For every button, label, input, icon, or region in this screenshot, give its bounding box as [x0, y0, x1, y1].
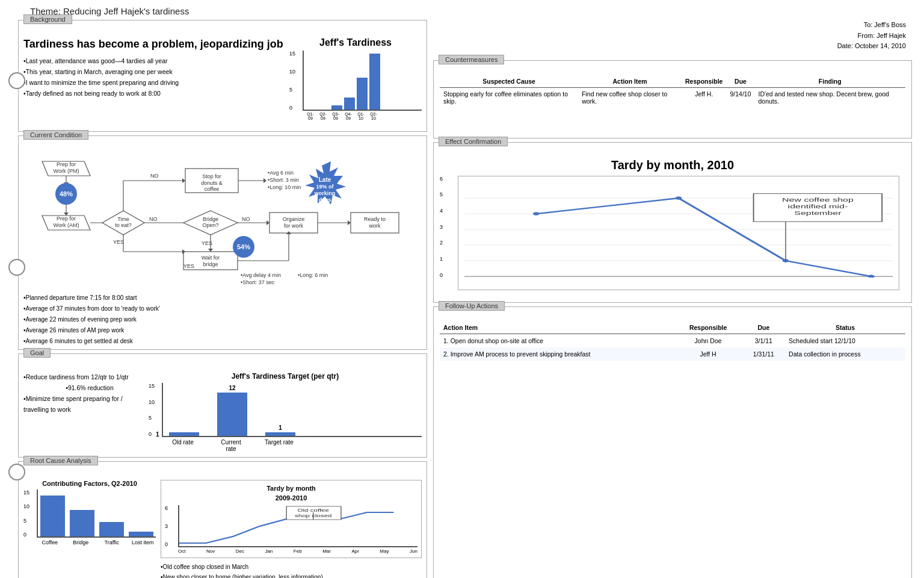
mini-x-jun: Jun	[410, 548, 417, 554]
svg-text:NO: NO	[149, 216, 158, 222]
root-right: Tardy by month 2009-2010 6 3 0	[161, 480, 422, 578]
tardy-mini-title: Tardy by month 2009-2010	[165, 484, 417, 503]
svg-marker-55	[208, 249, 213, 252]
svg-point-87	[868, 275, 875, 278]
cm-cause-1: Stopping early for coffee eliminates opt…	[440, 87, 578, 107]
svg-text:•Avg 6 min: •Avg 6 min	[268, 170, 294, 176]
bar-q110	[357, 78, 368, 110]
cm-col-finding: Finding	[755, 75, 906, 88]
cm-action-1: Find new coffee shop closer to work.	[578, 87, 682, 107]
cl-traffic: Traffic	[99, 539, 125, 545]
svg-text:to eat?: to eat?	[115, 222, 132, 228]
x-label-4: Q1-10	[356, 112, 366, 120]
x-labels: Q1-09 Q2-09 Q3-09 Q4-09 Q1-10 Q2-10	[303, 112, 422, 120]
goal-y-0: 0	[149, 431, 155, 437]
svg-text:•Short: 3 min: •Short: 3 min	[268, 177, 299, 183]
goal-bullet-3: •Minimize time spent preparing for / tra…	[23, 394, 144, 415]
eff-y-5: 5	[440, 191, 443, 197]
follow-up-table: Action Item Responsible Due Status 1. Op…	[440, 322, 905, 361]
flowchart: Prep for Work (PM) 48% Prep for	[23, 151, 422, 289]
svg-text:Ready to: Ready to	[364, 216, 386, 222]
bar-current-rate: 12	[217, 385, 247, 436]
target-bar-chart: 1 12 1	[162, 383, 422, 437]
svg-text:Open?: Open?	[202, 222, 218, 228]
eff-y-1: 1	[440, 256, 443, 262]
goal-bullet-1: •Reduce tardiness from 12/qtr to 1/qtr	[23, 372, 144, 383]
root-bullet-1: •Old coffee shop closed in March	[161, 562, 422, 572]
x-label-2: Q3-09	[330, 112, 341, 120]
x-label-5: Q2-10	[368, 112, 379, 120]
cm-col-responsible: Responsible	[682, 75, 726, 88]
svg-marker-23	[182, 178, 185, 183]
fu-col-status: Status	[785, 322, 905, 334]
eff-y-2: 2	[440, 240, 443, 246]
bg-bullet-2: •This year, starting in March, averaging…	[23, 67, 285, 78]
root-cause-section: Root Cause Analysis Contributing Factors…	[18, 461, 427, 578]
circle-bullet-2	[8, 259, 25, 276]
effect-chart-area: 6 5 4 3 2 1 0	[440, 176, 905, 296]
rc-y-5: 5	[23, 518, 29, 524]
mini-chart-area: Old coffee shop closed	[178, 505, 417, 547]
svg-text:54%: 54%	[237, 243, 250, 250]
bar-old-rate: 1	[169, 424, 199, 436]
svg-text:Stop for: Stop for	[202, 173, 221, 179]
bg-bullet-3: •I want to minimize the time spent prepa…	[23, 78, 285, 89]
y-label-15: 15	[289, 51, 295, 57]
svg-text:Bridge: Bridge	[203, 216, 218, 222]
svg-marker-30	[263, 178, 266, 183]
cm-due-1: 9/14/10	[726, 87, 754, 107]
cm-row-1: Stopping early for coffee eliminates opt…	[440, 87, 905, 107]
svg-text:Time: Time	[117, 216, 129, 222]
x-label-1: Q2-09	[318, 112, 328, 120]
y-label-0: 0	[289, 105, 295, 111]
memo-date: Date: October 14, 2010	[433, 41, 906, 52]
current-condition-label: Current Condition	[23, 130, 88, 140]
svg-text:YES: YES	[183, 263, 194, 269]
svg-text:working: working	[314, 190, 336, 196]
mini-x-may: May	[380, 548, 389, 554]
root-bullet-2: •New shop closer to home (higher variati…	[161, 572, 422, 578]
eff-y-4: 4	[440, 208, 443, 214]
bar-target-rate: 1	[265, 424, 295, 436]
contrib-labels: Coffee Bridge Traffic Lost item	[37, 539, 156, 545]
svg-text:Prep for: Prep for	[57, 161, 76, 167]
svg-text:Work (PM): Work (PM)	[54, 168, 79, 174]
fu-status-2: Data collection in process	[785, 347, 905, 361]
mini-x-labels: Oct Nov Dec Jan Feb Mar Apr May Jun	[178, 548, 417, 554]
fu-due-1: 3/1/11	[742, 334, 785, 347]
svg-text:NO: NO	[242, 216, 250, 222]
effect-chart-border: Jul Aug Sep Oct New coffee shop identifi…	[458, 176, 899, 290]
cc-bullet-3: •Average 22 minutes of evening prep work	[23, 314, 422, 325]
cm-finding-1: ID'ed and tested new shop. Decent brew, …	[755, 87, 906, 107]
bar-label-target: Target rate	[264, 439, 294, 452]
svg-text:•Long: 10 min: •Long: 10 min	[268, 184, 301, 190]
svg-text:•Short: 37 sec: •Short: 37 sec	[241, 279, 275, 285]
mini-y-6: 6	[165, 505, 168, 511]
svg-text:Organize: Organize	[283, 216, 305, 222]
memo-to: To: Jeff's Boss	[433, 20, 906, 31]
mini-x-jan: Jan	[265, 548, 273, 554]
fu-resp-2: Jeff H	[674, 347, 742, 361]
eff-y-0: 0	[440, 272, 443, 278]
svg-text:days: days	[319, 197, 331, 203]
bar-current	[217, 393, 247, 436]
cc-bullet-4: •Average 26 minutes of AM prep work	[23, 325, 422, 336]
svg-text:NO: NO	[150, 173, 159, 179]
x-label-3: Q4-09	[343, 112, 354, 120]
svg-text:19% of: 19% of	[316, 184, 334, 190]
countermeasures-section: Countermeasures Suspected Cause Action I…	[433, 60, 912, 138]
fu-col-responsible: Responsible	[674, 322, 742, 334]
svg-text:September: September	[794, 210, 842, 216]
bar-old	[169, 432, 199, 436]
root-bullets: •Old coffee shop closed in March •New sh…	[161, 562, 422, 578]
cm-col-due: Due	[726, 75, 754, 88]
svg-marker-45	[266, 220, 270, 225]
cm-responsible-1: Jeff H.	[682, 87, 726, 107]
target-chart: Jeff's Tardiness Target (per qtr) 15 10 …	[149, 372, 422, 452]
tardy-mini-annotation: Tardy by month	[266, 485, 316, 492]
cc-bullet-1: •Planned departure time 7:15 for 8:00 st…	[23, 293, 422, 303]
svg-text:Wait for: Wait for	[202, 255, 220, 261]
bar-q409	[344, 98, 355, 110]
y-label-10: 10	[289, 69, 295, 75]
svg-text:for work: for work	[284, 223, 304, 229]
